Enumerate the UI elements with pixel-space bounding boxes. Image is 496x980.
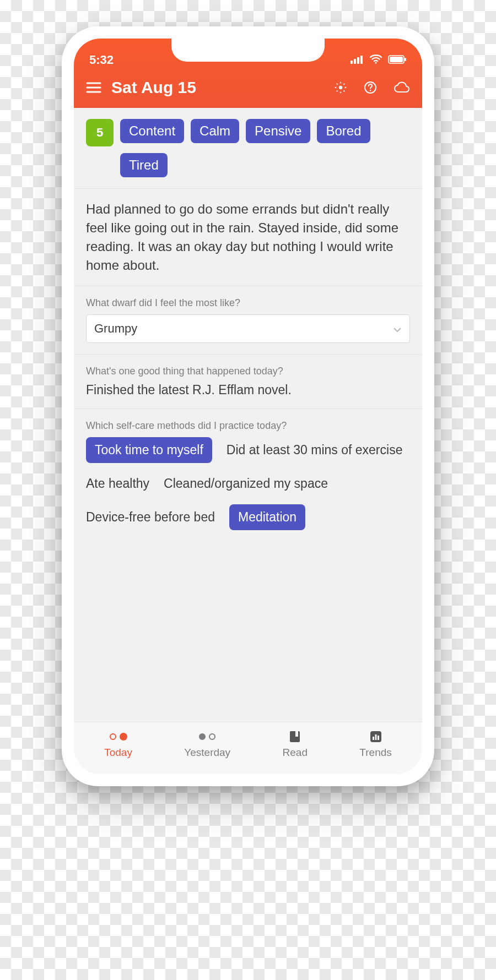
settings-button[interactable] — [334, 81, 347, 94]
cellular-icon — [351, 53, 364, 67]
journal-block[interactable]: Had planned to go do some errands but di… — [74, 189, 422, 286]
selfcare-option[interactable]: Did at least 30 mins of exercise — [227, 437, 403, 463]
svg-rect-1 — [354, 59, 356, 64]
svg-rect-15 — [295, 731, 298, 737]
nav-label: Today — [104, 747, 132, 759]
dwarf-select[interactable]: Grumpy — [86, 314, 410, 343]
mood-tag[interactable]: Pensive — [246, 119, 310, 143]
nav-trends[interactable]: Trends — [359, 730, 391, 759]
svg-point-11 — [339, 86, 342, 89]
nav-label: Trends — [359, 747, 391, 759]
cloud-button[interactable] — [393, 81, 410, 94]
content-scroll[interactable]: 5 Content Calm Pensive Bored Tired Had p… — [74, 108, 422, 722]
question-label: Which self-care methods did I practice t… — [86, 420, 410, 432]
svg-rect-17 — [373, 737, 374, 740]
selfcare-option[interactable]: Took time to myself — [86, 437, 212, 463]
nav-label: Read — [283, 747, 308, 759]
mood-score-chip[interactable]: 5 — [86, 119, 114, 146]
svg-rect-14 — [290, 731, 300, 742]
mood-summary-block: 5 Content Calm Pensive Bored Tired — [74, 108, 422, 189]
question-label: What's one good thing that happened toda… — [86, 366, 410, 377]
page-title: Sat Aug 15 — [111, 78, 196, 97]
nav-yesterday[interactable]: Yesterday — [184, 730, 230, 759]
battery-icon — [388, 53, 407, 67]
selfcare-option[interactable]: Device-free before bed — [86, 504, 215, 530]
bottom-nav: Today Yesterday Read — [74, 722, 422, 774]
selfcare-option[interactable]: Cleaned/organized my space — [164, 471, 328, 497]
svg-rect-2 — [357, 57, 359, 64]
selfcare-option[interactable]: Meditation — [229, 504, 305, 530]
mood-tag[interactable]: Calm — [191, 119, 239, 143]
svg-rect-3 — [360, 56, 363, 64]
question-label: What dwarf did I feel the most like? — [86, 297, 410, 309]
mood-tag[interactable]: Tired — [120, 153, 168, 177]
question-selfcare-block: Which self-care methods did I practice t… — [74, 409, 422, 541]
chevron-down-icon — [393, 322, 402, 336]
journal-text: Had planned to go do some errands but di… — [86, 200, 410, 275]
svg-rect-0 — [351, 61, 353, 64]
phone-notch — [171, 39, 325, 62]
question-good-block: What's one good thing that happened toda… — [74, 355, 422, 409]
book-icon — [289, 730, 301, 743]
svg-point-4 — [375, 62, 376, 63]
help-button[interactable] — [364, 81, 377, 94]
svg-rect-6 — [390, 57, 403, 62]
mood-tag[interactable]: Content — [120, 119, 184, 143]
good-thing-answer[interactable]: Finished the latest R.J. Efflam novel. — [86, 383, 410, 398]
mood-tag[interactable]: Bored — [317, 119, 370, 143]
nav-read[interactable]: Read — [283, 730, 308, 759]
menu-button[interactable] — [86, 81, 101, 94]
svg-rect-18 — [375, 734, 376, 740]
wifi-icon — [369, 53, 382, 67]
chart-icon — [369, 730, 382, 743]
selfcare-option[interactable]: Ate healthy — [86, 471, 149, 497]
phone-frame: 5:32 — [62, 26, 434, 786]
dwarf-select-value: Grumpy — [94, 322, 137, 336]
nav-today[interactable]: Today — [104, 730, 132, 759]
screen: 5:32 — [74, 39, 422, 774]
svg-rect-7 — [405, 58, 406, 61]
svg-point-13 — [370, 90, 371, 91]
question-dwarf-block: What dwarf did I feel the most like? Gru… — [74, 286, 422, 355]
status-time: 5:32 — [89, 53, 114, 67]
nav-label: Yesterday — [184, 747, 230, 759]
svg-rect-19 — [378, 736, 379, 740]
